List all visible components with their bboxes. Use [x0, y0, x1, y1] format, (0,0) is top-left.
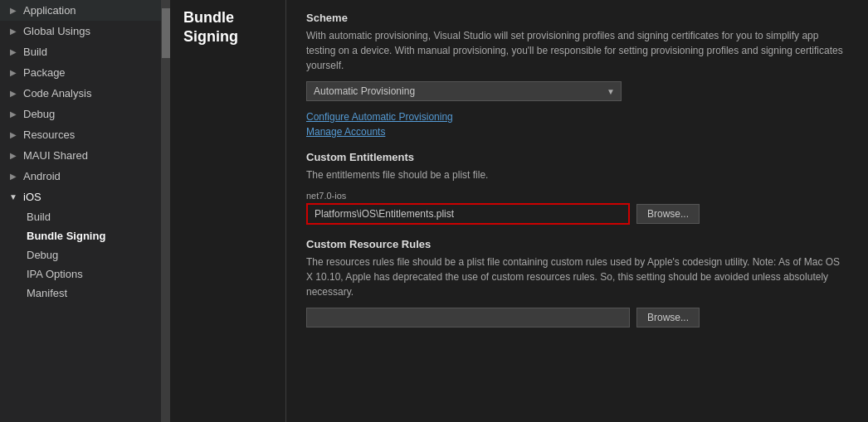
sidebar-item-manifest[interactable]: Manifest: [0, 284, 161, 303]
sidebar-item-application[interactable]: ▶ Application: [0, 0, 161, 21]
sidebar-item-ios-debug[interactable]: Debug: [0, 245, 161, 264]
settings-panel: Scheme With automatic provisioning, Visu…: [286, 0, 868, 422]
chevron-right-icon: ▶: [8, 68, 18, 78]
chevron-right-icon: ▶: [8, 151, 18, 161]
configure-link[interactable]: Configure Automatic Provisioning: [306, 111, 848, 123]
sidebar-item-build[interactable]: ▶ Build: [0, 41, 161, 62]
resource-rules-description: The resources rules file should be a pli…: [306, 255, 848, 299]
resource-rules-input[interactable]: [306, 308, 630, 327]
sidebar-item-global-usings[interactable]: ▶ Global Usings: [0, 21, 161, 41]
sidebar-item-ios[interactable]: ▼ iOS: [0, 187, 161, 207]
scheme-dropdown[interactable]: Automatic Provisioning Manual Provisioni…: [306, 81, 622, 101]
sidebar: ▶ Application ▶ Global Usings ▶ Build ▶ …: [0, 0, 162, 422]
sidebar-item-android[interactable]: ▶ Android: [0, 166, 161, 187]
content-area: Bundle Signing Scheme With automatic pro…: [170, 0, 868, 422]
resource-rules-browse-button[interactable]: Browse...: [636, 308, 700, 327]
manage-accounts-link[interactable]: Manage Accounts: [306, 126, 848, 138]
scheme-dropdown-wrapper: Automatic Provisioning Manual Provisioni…: [306, 81, 622, 101]
entitlements-description: The entitlements file should be a plist …: [306, 167, 848, 182]
chevron-right-icon: ▶: [8, 47, 18, 57]
sidebar-item-resources[interactable]: ▶ Resources: [0, 124, 161, 145]
sidebar-item-package[interactable]: ▶ Package: [0, 62, 161, 83]
chevron-right-icon: ▶: [8, 130, 18, 140]
chevron-right-icon: ▶: [8, 89, 18, 99]
scheme-section-label: Scheme: [306, 12, 848, 24]
chevron-right-icon: ▶: [8, 27, 18, 36]
entitlements-input-row: Browse...: [306, 203, 848, 225]
spacer-1: Configure Automatic Provisioning Manage …: [306, 111, 848, 138]
entitlements-input[interactable]: [306, 203, 630, 225]
entitlements-browse-button[interactable]: Browse...: [636, 204, 700, 224]
entitlements-section-label: Custom Entitlements: [306, 151, 848, 163]
resource-rules-input-row: Browse...: [306, 308, 848, 327]
page-header: Bundle Signing: [170, 0, 286, 422]
scheme-description: With automatic provisioning, Visual Stud…: [306, 28, 848, 73]
entitlements-field-label: net7.0-ios: [306, 191, 848, 201]
main-content: Bundle Signing Scheme With automatic pro…: [170, 0, 868, 422]
sidebar-item-ipa-options[interactable]: IPA Options: [0, 264, 161, 284]
scrollbar-thumb[interactable]: [162, 8, 170, 58]
sidebar-item-code-analysis[interactable]: ▶ Code Analysis: [0, 83, 161, 104]
sidebar-scrollbar[interactable]: [162, 0, 170, 422]
resource-rules-section-label: Custom Resource Rules: [306, 238, 848, 250]
chevron-right-icon: ▶: [8, 6, 18, 16]
chevron-right-icon: ▶: [8, 172, 18, 182]
sidebar-item-bundle-signing[interactable]: Bundle Signing: [0, 226, 161, 245]
sidebar-item-debug[interactable]: ▶ Debug: [0, 104, 161, 124]
chevron-down-icon: ▼: [8, 192, 18, 202]
sidebar-item-maui-shared[interactable]: ▶ MAUI Shared: [0, 145, 161, 166]
chevron-right-icon: ▶: [8, 109, 18, 119]
page-title: Bundle Signing: [183, 8, 272, 47]
sidebar-item-ios-build[interactable]: Build: [0, 207, 161, 226]
